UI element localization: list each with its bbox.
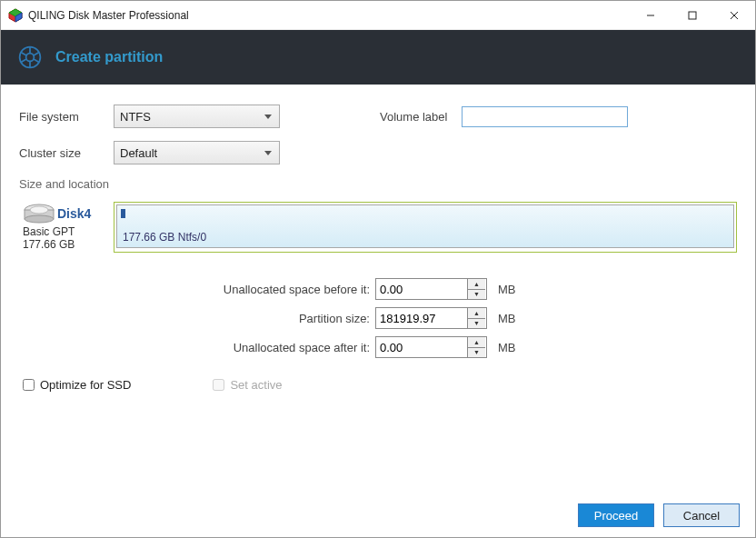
spinner-arrows: ▲ ▼ [467,337,485,357]
row-unalloc-before: Unallocated space before it: ▲ ▼ MB [19,278,737,300]
svg-line-13 [21,53,26,56]
row-file-system: File system NTFS Volume label [19,105,737,128]
disk-type: Basic GPT [23,225,110,238]
unalloc-after-spinner[interactable]: ▲ ▼ [375,336,487,358]
disk-size: 177.66 GB [23,238,110,251]
spinner-up-icon[interactable]: ▲ [468,337,485,348]
unit-mb: MB [498,312,516,325]
close-button[interactable] [713,1,755,30]
optimize-ssd-input[interactable] [23,379,35,391]
partition-handle-icon[interactable] [121,209,125,218]
label-unalloc-before: Unallocated space before it: [19,283,375,296]
page-header: Create partition [1,30,755,85]
unalloc-before-spinner[interactable]: ▲ ▼ [375,278,487,300]
content-area: File system NTFS Volume label Cluster si… [1,85,755,401]
spinner-down-icon[interactable]: ▼ [468,348,485,358]
row-partition-size: Partition size: ▲ ▼ MB [19,307,737,329]
disk-panel: Disk4 Basic GPT 177.66 GB 177.66 GB Ntfs… [19,202,737,253]
partition-label: 177.66 GB Ntfs/0 [123,231,206,244]
proceed-button[interactable]: Proceed [578,503,654,527]
hdd-icon [23,204,55,224]
unit-mb: MB [498,341,516,354]
window-title: QILING Disk Master Professional [28,9,630,22]
partition-size-input[interactable] [376,308,467,328]
spinner-down-icon[interactable]: ▼ [468,319,485,329]
window-buttons [630,1,755,30]
disk-name: Disk4 [57,206,91,221]
label-cluster-size: Cluster size [19,146,114,160]
svg-line-14 [34,59,39,63]
page-title: Create partition [55,49,163,65]
footer-buttons: Proceed Cancel [578,503,740,527]
optimize-ssd-label: Optimize for SSD [40,378,131,392]
unalloc-after-input[interactable] [376,337,467,357]
partition-box[interactable]: 177.66 GB Ntfs/0 [114,202,737,253]
set-active-label: Set active [230,378,282,392]
optimize-ssd-checkbox[interactable]: Optimize for SSD [23,378,131,392]
label-unalloc-after: Unallocated space after it: [19,341,375,354]
row-unalloc-after: Unallocated space after it: ▲ ▼ MB [19,336,737,358]
spinner-down-icon[interactable]: ▼ [468,290,485,300]
app-logo-icon [17,45,43,70]
volume-label-input[interactable] [462,106,628,127]
checkbox-row: Optimize for SSD Set active [19,378,737,392]
size-grid: Unallocated space before it: ▲ ▼ MB Part… [19,278,737,358]
partition-size-spinner[interactable]: ▲ ▼ [375,307,487,329]
set-active-input [213,379,224,391]
minimize-button[interactable] [630,1,671,30]
titlebar: QILING Disk Master Professional [1,1,755,30]
file-system-select[interactable]: NTFS [114,105,280,128]
unalloc-before-input[interactable] [376,279,467,299]
label-size-location: Size and location [19,177,737,191]
cancel-button[interactable]: Cancel [663,503,740,527]
app-icon [8,8,23,23]
svg-line-11 [21,59,26,63]
set-active-checkbox: Set active [213,378,282,392]
partition-bar[interactable]: 177.66 GB Ntfs/0 [116,204,734,248]
label-volume-label: Volume label [380,110,462,124]
spinner-arrows: ▲ ▼ [467,308,485,328]
svg-line-12 [34,53,39,56]
label-partition-size: Partition size: [19,312,375,325]
cluster-size-select[interactable]: Default [114,141,280,164]
svg-point-8 [26,54,35,62]
disk-info: Disk4 Basic GPT 177.66 GB [19,202,110,253]
spinner-up-icon[interactable]: ▲ [468,308,485,319]
svg-rect-4 [689,12,696,19]
label-file-system: File system [19,110,114,124]
svg-point-18 [30,206,48,214]
maximize-button[interactable] [671,1,713,30]
spinner-arrows: ▲ ▼ [467,279,485,299]
svg-point-17 [25,215,54,223]
row-cluster-size: Cluster size Default [19,141,737,164]
unit-mb: MB [498,283,516,296]
spinner-up-icon[interactable]: ▲ [468,279,485,290]
